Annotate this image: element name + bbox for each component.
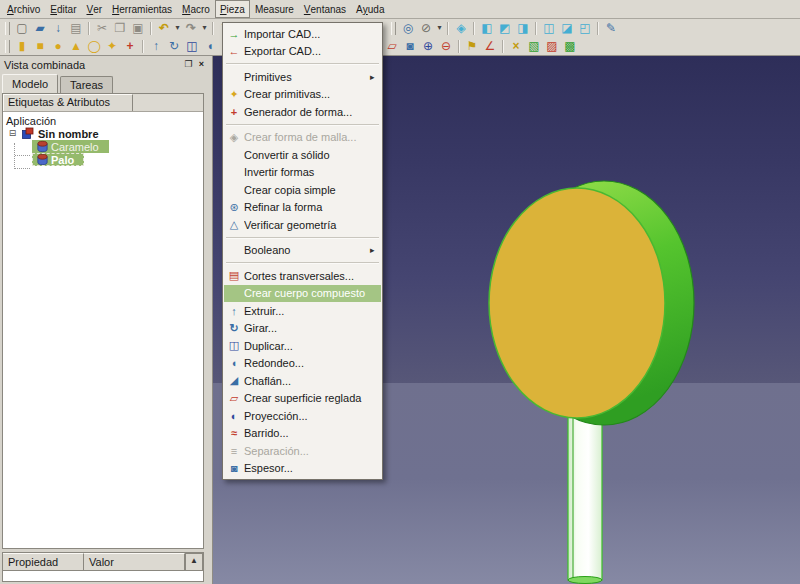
- menu-item-primitives[interactable]: Primitives ▸: [224, 68, 381, 86]
- mirror-button[interactable]: ◫: [183, 38, 201, 54]
- menu-item-redondeo[interactable]: ◖ Redondeo...: [224, 355, 381, 373]
- tree-item-document[interactable]: ⊟ Sin nombre: [3, 127, 203, 140]
- undo-button[interactable]: ↶: [155, 20, 173, 36]
- redo-button[interactable]: ↷: [182, 20, 200, 36]
- tree-item-palo[interactable]: Palo: [32, 153, 84, 166]
- menu-item-verificar-geometria[interactable]: △ Verificar geometría: [224, 216, 381, 234]
- toolbar-handle[interactable]: [5, 40, 10, 53]
- menu-item-crear-copia-simple[interactable]: Crear copia simple: [224, 181, 381, 199]
- torus-primitive-button[interactable]: ◯: [85, 38, 103, 54]
- menu-item-chaflan[interactable]: ◢ Chaflán...: [224, 372, 381, 390]
- view-right-button[interactable]: ◨: [514, 20, 532, 36]
- toolbar-separator: [473, 22, 475, 35]
- measure-clear-button[interactable]: ×: [507, 38, 525, 54]
- open-file-button[interactable]: ▰: [31, 20, 49, 36]
- create-primitives-button[interactable]: ✦: [103, 38, 121, 54]
- toolbar-handle[interactable]: [5, 22, 10, 35]
- property-column-header[interactable]: Propiedad: [3, 553, 84, 571]
- menu-item-crear-primitivas[interactable]: ✦ Crear primitivas...: [224, 86, 381, 104]
- menu-pieza[interactable]: Pieza: [215, 0, 250, 18]
- boolean-cut-button[interactable]: ⊖: [437, 38, 455, 54]
- menu-item-crear-forma-de-malla[interactable]: ◈ Crear forma de malla...: [224, 129, 381, 147]
- undo-dropdown-arrow[interactable]: ▾: [173, 20, 182, 36]
- scroll-up-icon[interactable]: ▲: [185, 553, 203, 571]
- menu-ayuda[interactable]: Ayuda: [351, 0, 389, 18]
- menu-item-crear-superficie-reglada[interactable]: ▱ Crear superficie reglada: [224, 390, 381, 408]
- menu-macro[interactable]: Macro: [177, 0, 215, 18]
- measure-toggle-3d-button[interactable]: ▨: [543, 38, 561, 54]
- view-front-button[interactable]: ◧: [478, 20, 496, 36]
- fit-all-button[interactable]: ◎: [399, 20, 417, 36]
- redo-dropdown-arrow[interactable]: ▾: [200, 20, 209, 36]
- menu-item-label: Convertir a sólido: [244, 149, 381, 161]
- copy-button[interactable]: ❐: [111, 20, 129, 36]
- draw-style-button[interactable]: ⊘: [417, 20, 435, 36]
- draw-style-dropdown-arrow[interactable]: ▾: [435, 20, 444, 36]
- sphere-primitive-button[interactable]: ●: [49, 38, 67, 54]
- cone-primitive-button[interactable]: ▲: [67, 38, 85, 54]
- menu-item-refinar-la-forma[interactable]: ⊛ Refinar la forma: [224, 199, 381, 217]
- cylinder-primitive-button[interactable]: ▮: [13, 38, 31, 54]
- float-panel-icon[interactable]: ❐: [182, 58, 195, 71]
- panel-title: Vista combinada: [4, 59, 85, 71]
- menu-item-cortes-transversales[interactable]: ▤ Cortes transversales...: [224, 267, 381, 285]
- save-button[interactable]: ↓: [49, 20, 67, 36]
- menu-item-extruir[interactable]: ↑ Extruir...: [224, 302, 381, 320]
- boolean-union-button[interactable]: ⊕: [419, 38, 437, 54]
- menu-item-proyeccion[interactable]: ◐ Proyección...: [224, 407, 381, 425]
- paste-button[interactable]: ▣: [129, 20, 147, 36]
- fillet-button[interactable]: ◖: [201, 38, 219, 54]
- ruled-surface-button[interactable]: ▱: [383, 38, 401, 54]
- menu-item-booleano[interactable]: Booleano ▸: [224, 242, 381, 260]
- view-top-button[interactable]: ◩: [496, 20, 514, 36]
- menu-editar[interactable]: Editar: [45, 0, 81, 18]
- label-fragment: H: [112, 4, 119, 15]
- menu-item-duplicar[interactable]: ◫ Duplicar...: [224, 337, 381, 355]
- menu-ventanas[interactable]: Ventanas: [299, 0, 351, 18]
- document-icon: [21, 127, 34, 140]
- menu-measure[interactable]: Measure: [250, 0, 299, 18]
- menu-herramientas[interactable]: Herramientas: [107, 0, 177, 18]
- menu-item-invertir-formas[interactable]: Invertir formas: [224, 164, 381, 182]
- menu-item-crear-cuerpo-compuesto[interactable]: Crear cuerpo compuesto: [224, 285, 381, 303]
- view-axonometric-button[interactable]: ◈: [452, 20, 470, 36]
- print-button[interactable]: ▤: [67, 20, 85, 36]
- close-panel-icon[interactable]: ×: [195, 58, 208, 71]
- measure-toggle-all-button[interactable]: ▧: [525, 38, 543, 54]
- tab-modelo[interactable]: Modelo: [2, 74, 58, 93]
- menu-item-exportar-cad[interactable]: ← Exportar CAD...: [224, 43, 381, 61]
- menu-archivo[interactable]: Archivo: [2, 0, 45, 18]
- menu-item-barrido[interactable]: ≈ Barrido...: [224, 425, 381, 443]
- measure-angular-button[interactable]: ∠: [481, 38, 499, 54]
- tree-connector: [15, 155, 30, 156]
- box-primitive-button[interactable]: ■: [31, 38, 49, 54]
- view-left-button[interactable]: ◰: [576, 20, 594, 36]
- view-bottom-button[interactable]: ◪: [558, 20, 576, 36]
- cut-button[interactable]: ✂: [93, 20, 111, 36]
- shape-builder-button[interactable]: +: [121, 38, 139, 54]
- menu-item-espesor[interactable]: ◙ Espesor...: [224, 460, 381, 478]
- tree-item-application[interactable]: Aplicación: [3, 114, 203, 127]
- collapse-expander-icon[interactable]: ⊟: [8, 129, 17, 138]
- menu-item-generador-de-forma[interactable]: + Generador de forma...: [224, 103, 381, 121]
- menu-item-convertir-a-solido[interactable]: Convertir a sólido: [224, 146, 381, 164]
- tab-tareas[interactable]: Tareas: [60, 76, 113, 93]
- toolbar-handle[interactable]: [391, 22, 396, 35]
- menu-item-importar-cad[interactable]: → Importar CAD...: [224, 25, 381, 43]
- thickness-icon: ◙: [224, 462, 244, 474]
- menu-item-girar[interactable]: ↻ Girar...: [224, 320, 381, 338]
- measure-toggle-delta-button[interactable]: ▩: [561, 38, 579, 54]
- value-column-header[interactable]: Valor: [84, 553, 185, 571]
- measure-linear-button[interactable]: ⚑: [463, 38, 481, 54]
- measure-pen-button[interactable]: ✎: [602, 20, 620, 36]
- tree-header-label[interactable]: Etiquetas & Atributos: [3, 94, 133, 111]
- menu-item-separacion[interactable]: ≡ Separación...: [224, 442, 381, 460]
- revolve-button[interactable]: ↻: [165, 38, 183, 54]
- tree-item-caramelo[interactable]: Caramelo: [32, 140, 109, 153]
- menu-ver[interactable]: Ver: [81, 0, 107, 18]
- offset-button[interactable]: ◙: [401, 38, 419, 54]
- new-file-button[interactable]: ▢: [13, 20, 31, 36]
- label-fragment: ditar: [57, 4, 76, 15]
- extrude-button[interactable]: ↑: [147, 38, 165, 54]
- view-rear-button[interactable]: ◫: [540, 20, 558, 36]
